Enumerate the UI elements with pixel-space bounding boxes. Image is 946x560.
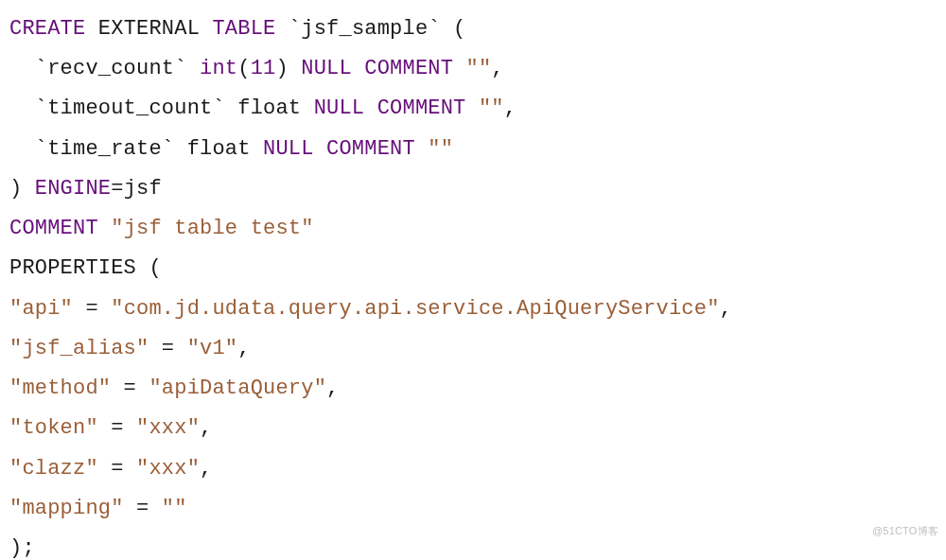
code-text: , xyxy=(326,376,339,400)
code-text: , xyxy=(504,96,517,120)
keyword: int xyxy=(200,57,237,80)
string: "xxx" xyxy=(136,416,200,440)
string: "token" xyxy=(9,416,98,440)
keyword: COMMENT xyxy=(377,96,466,120)
keyword: TABLE xyxy=(212,17,275,41)
code-text: = xyxy=(98,457,136,481)
code-text: , xyxy=(491,57,503,80)
string: "xxx" xyxy=(136,457,200,481)
string: "method" xyxy=(9,376,111,400)
string: "" xyxy=(466,57,492,80)
code-text xyxy=(364,96,377,120)
string: "mapping" xyxy=(9,497,124,520)
code-text: , xyxy=(200,457,212,481)
code-text: ) xyxy=(275,57,301,80)
code-text xyxy=(415,137,428,161)
code-text: =jsf xyxy=(111,177,162,201)
string: "" xyxy=(162,497,187,520)
code-text xyxy=(466,96,479,120)
code-text: ( xyxy=(237,57,250,80)
keyword: COMMENT xyxy=(364,57,453,80)
string: "jsf_alias" xyxy=(9,337,149,360)
code-text: = xyxy=(73,297,111,321)
code-text: EXTERNAL xyxy=(85,17,212,41)
code-text: = xyxy=(124,497,162,520)
string: "v1" xyxy=(187,337,238,360)
code-text: `timeout_count` float xyxy=(9,96,314,120)
watermark: @51CTO博客 xyxy=(872,521,938,541)
code-text: PROPERTIES ( xyxy=(9,256,162,280)
string: "" xyxy=(428,137,453,161)
string: "api" xyxy=(9,297,73,321)
keyword: CREATE xyxy=(9,17,85,41)
code-block: CREATE EXTERNAL TABLE `jsf_sample` ( `re… xyxy=(9,9,937,560)
string: "apiDataQuery" xyxy=(149,376,326,400)
keyword: NULL xyxy=(263,137,314,161)
code-text: = xyxy=(98,416,136,440)
keyword: ENGINE xyxy=(35,177,111,201)
code-text: `recv_count` xyxy=(9,57,200,80)
string: "" xyxy=(479,96,504,120)
keyword: 11 xyxy=(251,57,276,80)
code-text: = xyxy=(111,376,149,400)
code-text: ); xyxy=(9,536,35,560)
code-text xyxy=(453,57,465,80)
code-text: = xyxy=(149,337,186,360)
code-text: , xyxy=(237,337,250,360)
keyword: NULL xyxy=(314,96,365,120)
code-text xyxy=(98,217,111,240)
string: "com.jd.udata.query.api.service.ApiQuery… xyxy=(111,297,719,321)
code-text: `time_rate` float xyxy=(9,137,263,161)
keyword: COMMENT xyxy=(9,217,98,240)
keyword: COMMENT xyxy=(326,137,415,161)
code-text: , xyxy=(720,297,732,321)
string: "jsf table test" xyxy=(111,217,313,240)
code-text: ) xyxy=(9,177,35,201)
keyword: NULL xyxy=(301,57,352,80)
code-text xyxy=(314,137,326,161)
code-text xyxy=(352,57,364,80)
code-text: , xyxy=(200,416,212,440)
code-text: `jsf_sample` ( xyxy=(275,17,465,41)
string: "clazz" xyxy=(9,457,98,481)
